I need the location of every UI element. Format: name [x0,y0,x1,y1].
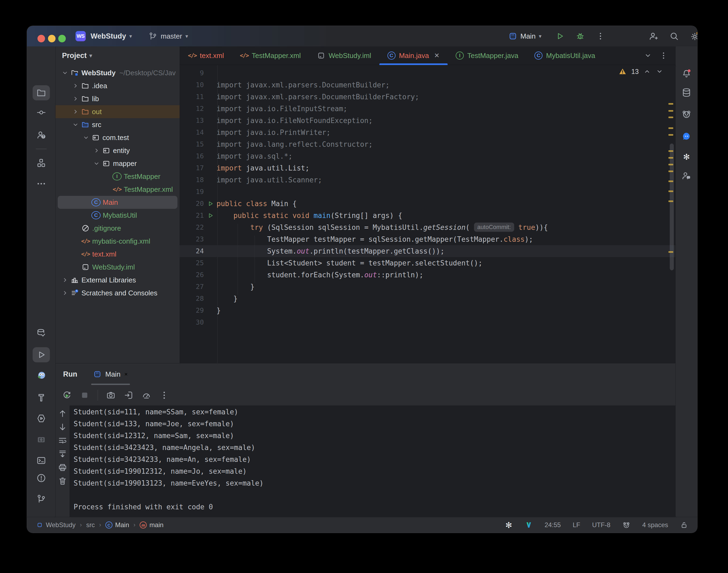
breadcrumb-item-src[interactable]: src [86,521,95,529]
chevron-right-icon[interactable] [60,289,70,297]
editor-tab-TestMapper.java[interactable]: ITestMapper.java [448,46,526,65]
tool-stripe-db-check-button[interactable] [33,326,50,341]
chevron-right-icon[interactable] [60,276,70,284]
editor-tab-MybatisUtil.java[interactable]: CMybatisUtil.java [526,46,603,65]
code-editor[interactable]: 9 10 import javax.xml.parsers.DocumentBu… [180,65,675,363]
breadcrumb-item-WebStudy[interactable]: WebStudy [36,521,75,529]
tree-item-.idea[interactable]: .idea [56,79,180,92]
warning-stripe-mark[interactable] [668,157,673,159]
status-vlogo-widget[interactable] [525,521,533,529]
warning-stripe-mark[interactable] [668,200,673,202]
tool-stripe-bear-button[interactable] [678,107,694,122]
run-configuration-selector[interactable]: Main ▾ [508,32,542,41]
close-window-button[interactable] [38,35,45,42]
chev-down-sm-icon[interactable] [656,67,664,75]
tool-stripe-bell-button[interactable] [678,66,694,81]
console-arrow-down-button[interactable] [58,422,67,432]
tree-item-com.test[interactable]: com.test [56,131,180,144]
minimize-window-button[interactable] [48,35,56,42]
user-plus-icon[interactable] [648,31,659,41]
tool-stripe-database-button[interactable] [678,85,694,100]
tool-stripe-boxes-button[interactable] [33,155,50,170]
close-icon[interactable]: ✕ [434,52,440,59]
run-import-button[interactable] [124,390,133,400]
editor-tab-text.xml[interactable]: </>text.xml [180,46,232,65]
tree-item-mapper[interactable]: mapper [56,157,180,170]
tool-stripe-hammer-button[interactable] [33,390,50,405]
console-trash-button[interactable] [58,476,67,486]
run-gauge-button[interactable] [142,390,151,400]
warning-stripe-mark[interactable] [668,150,673,152]
tree-item-.gitignore[interactable]: .gitignore [56,222,180,235]
console-arrow-up-button[interactable] [58,409,67,418]
chevron-down-icon[interactable]: ▾ [90,52,92,59]
console-output[interactable]: Student(sid=111, name=SSam, sex=female)S… [70,406,675,517]
branch-selector[interactable]: master ▾ [148,32,188,41]
status-bear-widget[interactable] [622,521,630,529]
warning-stripe-mark[interactable] [668,127,673,129]
run-camera-button[interactable] [106,390,116,400]
tree-item-out[interactable]: out [56,105,180,118]
run-line-icon[interactable] [207,212,214,219]
run-rerun-button[interactable] [62,390,72,400]
run-stop-button[interactable] [80,390,90,400]
tool-stripe-terminal-button[interactable] [33,453,50,468]
tree-item-External Libraries[interactable]: External Libraries [56,273,180,286]
warning-stripe-mark[interactable] [668,134,673,136]
inspections-widget[interactable]: 13 [618,67,664,76]
run-kebab-button[interactable] [159,390,169,400]
close-icon[interactable]: ✕ [124,372,128,377]
search-icon[interactable] [669,31,679,41]
status-widget[interactable]: LF [573,521,580,529]
tool-stripe-user-question-button[interactable]: ? [33,127,50,143]
project-selector[interactable]: WebStudy ▾ [91,32,132,41]
warning-stripe-mark[interactable] [668,164,673,165]
maximize-window-button[interactable] [58,35,66,42]
warning-stripe-mark[interactable] [668,191,673,192]
tree-item-text.xml[interactable]: </> text.xml [56,248,180,261]
warning-stripe-mark[interactable] [668,170,673,172]
kebab-icon[interactable] [659,51,668,60]
chev-down-sm-icon[interactable] [643,51,652,60]
editor-tab-TestMapper.xml[interactable]: </>TestMapper.xml [232,46,309,65]
tool-stripe-brackets-button[interactable] [33,432,50,447]
tool-stripe-warn-circle-button[interactable] [33,470,50,485]
breadcrumb-item-Main[interactable]: C Main [105,521,129,529]
warning-stripe-mark[interactable] [668,180,673,182]
play-green-icon[interactable] [555,31,565,41]
console-scroll-end-button[interactable] [58,449,67,459]
tool-stripe-owl-button[interactable] [33,368,50,383]
tool-stripe-hex-play-button[interactable] [33,411,50,426]
tree-item-WebStudy.iml[interactable]: WebStudy.iml [56,261,180,273]
kebab-icon[interactable] [596,32,605,41]
chevron-right-icon[interactable] [70,95,80,103]
tree-item-TestMapper.xml[interactable]: </> TestMapper.xml [56,183,180,196]
tree-item-MybatisUtil[interactable]: C MybatisUtil [56,209,180,222]
gear-dot-icon[interactable] [690,31,697,41]
status-widget[interactable]: UTF-8 [592,521,610,529]
tool-stripe-branch-button[interactable] [33,491,50,506]
console-printer-button[interactable] [58,463,67,472]
bug-icon[interactable] [575,31,585,41]
status-widget[interactable]: 24:55 [545,521,561,529]
tree-item-Scratches and Consoles[interactable]: Scratches and Consoles [56,286,180,300]
tree-item-Main[interactable]: C Main [56,196,180,209]
tool-stripe-commit-button[interactable] [33,105,50,120]
status-widget[interactable]: 4 spaces [642,521,668,529]
chevron-down-icon[interactable] [70,120,80,129]
tool-stripe-folder-button[interactable] [33,85,50,100]
chevron-right-icon[interactable] [70,82,80,90]
editor-tab-WebStudy.iml[interactable]: WebStudy.iml [309,46,379,65]
tree-item-WebStudy[interactable]: WebStudy ~/Desktop/CS/Jav [56,66,180,79]
run-tab-main[interactable]: Main ✕ [91,363,130,385]
warning-stripe-mark[interactable] [668,103,673,105]
run-line-icon[interactable] [207,200,214,207]
tree-item-mybatis-config.xml[interactable]: </> mybatis-config.xml [56,235,180,248]
status-lock-open-widget[interactable] [680,521,688,529]
editor-tab-Main.java[interactable]: CMain.java ✕ [379,46,448,65]
chev-up-sm-icon[interactable] [643,67,651,75]
warning-stripe-mark[interactable] [668,110,673,112]
console-soft-wrap-button[interactable] [58,436,67,446]
tree-item-TestMapper[interactable]: I TestMapper [56,170,180,183]
tool-stripe-chat-button[interactable] [678,129,694,144]
